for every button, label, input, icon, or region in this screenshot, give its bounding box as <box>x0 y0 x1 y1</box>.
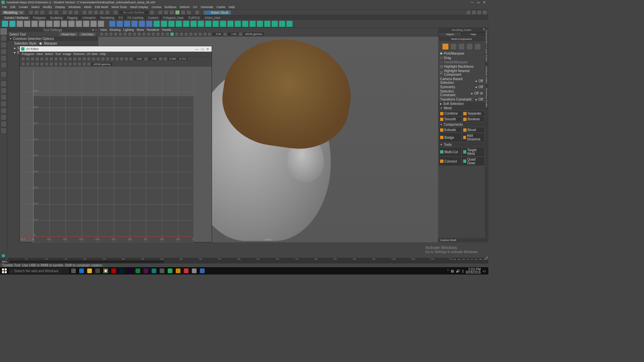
uv-layout-icon[interactable] <box>54 57 58 61</box>
uv-nudge-right-icon[interactable] <box>54 62 58 66</box>
uv-force-rebake-icon[interactable] <box>77 62 82 66</box>
selcon-value[interactable]: Off <box>474 92 479 95</box>
menu-create[interactable]: Create <box>18 5 29 9</box>
command-input[interactable] <box>9 260 164 263</box>
extrude-surface-icon[interactable] <box>176 21 182 27</box>
uv-copy-icon[interactable] <box>40 62 44 66</box>
vp-exposure-icon[interactable] <box>208 32 212 36</box>
insert-knot-icon[interactable] <box>61 21 67 27</box>
menu-meshtools[interactable]: Mesh Tools <box>111 5 127 9</box>
uv-image-icon[interactable] <box>110 57 114 61</box>
uvmenu-uvsets[interactable]: UV Sets <box>87 52 98 56</box>
aftereffects-icon[interactable] <box>126 268 133 274</box>
tray-chevron-icon[interactable]: ˄ <box>447 269 449 273</box>
scale-tool-icon[interactable] <box>1 62 7 68</box>
edge-icon[interactable] <box>78 268 85 274</box>
uvmenu-tool[interactable]: Tool <box>55 52 61 56</box>
nurbs-sphere-icon[interactable] <box>109 21 115 27</box>
vp-menu-panels[interactable]: Panels <box>162 28 171 32</box>
menu-modify[interactable]: Modify <box>42 5 53 9</box>
rebuild-surface-icon[interactable] <box>272 21 278 27</box>
menu-meshdisplay[interactable]: Mesh Display <box>129 5 149 9</box>
taskbar-clock[interactable]: 2:03 PM 8/28/2016 <box>466 268 481 274</box>
attach-surface-icon[interactable] <box>235 21 241 27</box>
highlight-nearest-checkbox[interactable]: ✓ <box>440 71 442 74</box>
uvmenu-select[interactable]: Select <box>45 52 53 56</box>
modeling-toolkit-tab[interactable]: Modeling Toolkit <box>485 86 488 109</box>
vp-lock-camera-icon[interactable] <box>104 32 108 36</box>
uvmenu-view[interactable]: View <box>36 52 43 56</box>
snap-plane-icon[interactable] <box>99 10 104 15</box>
uv-smudge-icon[interactable] <box>59 57 63 61</box>
vp-film-gate-icon[interactable] <box>132 32 137 36</box>
shelf-tab-animation[interactable]: Animation <box>80 15 98 20</box>
vp-aa-icon[interactable] <box>194 32 198 36</box>
menu-uv[interactable]: UV <box>193 5 198 9</box>
intersect-icon[interactable] <box>213 21 219 27</box>
pencil-curve-icon[interactable] <box>24 21 30 27</box>
uv-view-transform-icon[interactable] <box>87 62 91 66</box>
extend-surface-icon[interactable] <box>264 21 270 27</box>
uv-grid-icon[interactable] <box>92 57 96 61</box>
uv-exposure-field[interactable]: 0.00 <box>134 57 143 60</box>
vp-wireframe-icon[interactable] <box>161 32 165 36</box>
filezilla-icon[interactable] <box>110 268 117 274</box>
hypershade-pane-icon[interactable] <box>1 128 7 134</box>
undo-icon[interactable] <box>48 10 53 15</box>
sculpt-surface-icon[interactable] <box>279 21 285 27</box>
add-points-icon[interactable] <box>91 21 97 27</box>
taskbar-search[interactable]: ⌕ Search the web and Windows <box>9 268 69 274</box>
app-icon[interactable] <box>182 268 190 274</box>
four-pane-icon[interactable] <box>1 87 7 94</box>
render-frame-icon[interactable] <box>158 10 163 15</box>
panel-layout-2-icon[interactable] <box>472 10 476 15</box>
three-pane-icon[interactable] <box>1 108 7 114</box>
app-icon[interactable] <box>191 268 198 274</box>
nurbs-plane-icon[interactable] <box>139 21 145 27</box>
multi-component-button[interactable]: Multi-Component <box>439 37 484 41</box>
rotate-tool-icon[interactable] <box>1 55 7 61</box>
vp-resolution-gate-icon[interactable] <box>137 32 141 36</box>
uv-nudge-down-icon[interactable] <box>63 62 67 66</box>
app-icon[interactable] <box>166 268 174 274</box>
uv-rotate-ccw-icon[interactable] <box>31 57 35 61</box>
uv-update-psd-icon[interactable] <box>73 62 77 66</box>
vp-use-lights-icon[interactable] <box>175 32 179 36</box>
last-tool-icon[interactable] <box>1 71 7 77</box>
outliner-pane-icon[interactable] <box>1 114 7 120</box>
menu-select[interactable]: Select <box>31 5 40 9</box>
attach-curve-icon[interactable] <box>46 21 52 27</box>
uvmenu-image[interactable]: Image <box>63 52 71 56</box>
detach-curve-icon[interactable] <box>54 21 60 27</box>
maya-taskbar-icon[interactable] <box>150 268 158 274</box>
close-button[interactable]: ✕ <box>205 47 210 51</box>
light-editor-icon[interactable] <box>186 10 191 15</box>
uv-nudge-up-icon[interactable] <box>59 62 63 66</box>
script-lang[interactable]: MEL <box>2 260 7 263</box>
vp-gamma-mode[interactable]: sRGB gamma <box>243 33 264 36</box>
surface-edit-icon[interactable] <box>286 21 292 27</box>
two-pane-v-icon[interactable] <box>1 101 7 107</box>
tools-section[interactable]: ▼Tools <box>438 142 485 147</box>
uv-exposure-icon[interactable] <box>129 57 133 61</box>
shelf-tab-turtle[interactable]: TURTLE <box>186 15 202 20</box>
uv-flip-u-icon[interactable] <box>21 57 25 61</box>
construction-history-icon[interactable] <box>150 10 154 15</box>
select-tool-icon[interactable] <box>1 28 7 35</box>
custom-shelf[interactable]: Custom Shelf <box>438 238 485 242</box>
minimize-button[interactable]: — <box>470 0 475 4</box>
battery-icon[interactable]: ▯ <box>462 269 464 273</box>
ipb-render-icon[interactable] <box>164 10 168 15</box>
nurbs-cylinder-icon[interactable] <box>124 21 130 27</box>
snap-live-icon[interactable] <box>105 10 110 15</box>
vp-safe-action-icon[interactable] <box>151 32 155 36</box>
uv-edge-icon[interactable] <box>31 62 35 66</box>
revolve-icon[interactable] <box>154 21 160 27</box>
vp-grease-icon[interactable] <box>123 32 127 36</box>
channel-box-tab[interactable]: Channel Box / Layer Editor <box>485 28 488 64</box>
uv-shell-icon[interactable] <box>21 62 25 66</box>
close-icon[interactable]: ✕ <box>483 28 485 31</box>
select-by-component-icon[interactable] <box>74 10 78 15</box>
object-mode-icon[interactable] <box>442 43 449 50</box>
notifications-icon[interactable]: ▭ <box>483 269 486 273</box>
